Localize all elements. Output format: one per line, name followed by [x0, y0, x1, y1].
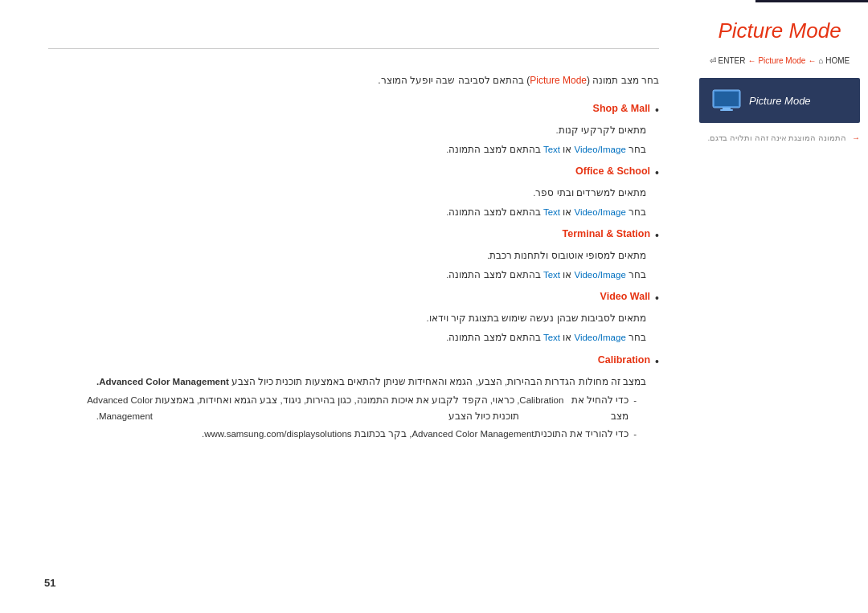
calibration-title: Calibration [598, 354, 650, 366]
svg-rect-3 [720, 109, 733, 111]
video-wall-title: Video Wall [600, 291, 651, 302]
preview-label: Picture Mode [749, 95, 811, 107]
main-content: בחר מצב תמונה (Picture Mode) בהתאם לסביב… [0, 0, 691, 613]
bullet-dot: • [655, 104, 659, 116]
calibration-dash1: כדי להחיל את מצב Calibration, כראוי, הקפ… [48, 393, 637, 424]
office-school-sub2: בחר Video/Image או Text בהתאם למצב התמונ… [48, 205, 646, 221]
calibration-link: Calibration [519, 393, 563, 424]
breadcrumb-enter: ⏎ ENTER [710, 56, 746, 65]
breadcrumb-page: Picture Mode [758, 56, 805, 65]
calibration-bullet: • Calibration [48, 354, 659, 368]
text-link2: Text [543, 207, 560, 217]
preview-note: → התמונה המוצגת אינה זהה ותלויה בדגם. [691, 133, 868, 144]
preview-note-text: התמונה המוצגת אינה זהה ותלויה בדגם. [708, 133, 847, 142]
shop-mall-sub2: בחר Video/Image או Text בהתאם למצב התמונ… [48, 142, 646, 158]
terminal-station-sub1: מתאים למסופי אוטובוס ולתחנות רכבת. [48, 248, 646, 264]
shop-mall-sub1: מתאים לקרקעי קנות. [48, 123, 646, 139]
shop-mall-title: Shop & Mall [593, 103, 651, 114]
calibration-dash-items: כדי להחיל את מצב Calibration, כראוי, הקפ… [48, 393, 659, 443]
terminal-station-section: • Terminal & Station מתאים למסופי אוטובו… [48, 228, 659, 283]
video-wall-sub2: בחר Video/Image או Text בהתאם למצב התמונ… [48, 330, 646, 346]
picture-mode-link: Picture Mode [530, 75, 587, 86]
terminal-station-title: Terminal & Station [563, 228, 651, 239]
calibration-dash2: כדי להוריד את התוכנית Advanced Color Man… [48, 427, 637, 443]
video-image-link: Video/Image [574, 145, 625, 154]
intro-text: בחר מצב תמונה (Picture Mode) בהתאם לסביב… [48, 73, 659, 88]
calibration-section: • Calibration במצב זה מחולות הגדרות הבהי… [48, 354, 659, 443]
breadcrumb-arrow2: ← [808, 56, 816, 65]
shop-mall-section: • Shop & Mall מתאים לקרקעי קנות. בחר Vid… [48, 103, 659, 157]
right-sidebar: Picture Mode ⏎ ENTER ← Picture Mode ← ⌂ … [691, 0, 868, 613]
breadcrumb-home: ⌂ HOME [818, 56, 850, 65]
office-school-section: • Office & School מתאים למשרדים ובתי ספר… [48, 166, 659, 220]
video-image-link2: Video/Image [574, 207, 625, 217]
acm-bold3: Advanced Color Management [411, 427, 534, 443]
video-image-link4: Video/Image [574, 333, 625, 342]
sidebar-title: Picture Mode [691, 18, 868, 43]
arrow-bullet-icon: → [852, 133, 860, 142]
calibration-text1: במצב זה מחולות הגדרות הבהירות, הצבע, הגמ… [48, 374, 646, 390]
svg-rect-2 [723, 108, 731, 109]
breadcrumb: ⏎ ENTER ← Picture Mode ← ⌂ HOME [691, 56, 868, 65]
bullet-dot: • [655, 166, 659, 179]
acm-bold2: Advanced Color Management. [48, 393, 153, 424]
terminal-station-bullet: • Terminal & Station [48, 228, 659, 242]
video-wall-sub1: מתאים לסביבות שבהן נעשה שימוש בתצוגת קיר… [48, 311, 646, 327]
preview-box: Picture Mode [699, 78, 860, 123]
text-link3: Text [543, 270, 560, 280]
video-wall-bullet: • Video Wall [48, 291, 659, 304]
sidebar-top-line [755, 0, 868, 2]
terminal-station-sub2: בחר Video/Image או Text בהתאם למצב התמונ… [48, 268, 646, 284]
bullet-dot: • [655, 229, 659, 242]
text-link4: Text [543, 333, 560, 342]
acm-bold1: Advanced Color Management. [96, 377, 229, 386]
top-divider [48, 48, 659, 49]
bullet-dot: • [655, 355, 659, 368]
page-number: 51 [44, 577, 55, 589]
text-link: Text [543, 145, 560, 154]
office-school-sub1: מתאים למשרדים ובתי ספר. [48, 186, 646, 202]
video-wall-section: • Video Wall מתאים לסביבות שבהן נעשה שימ… [48, 291, 659, 345]
monitor-icon [712, 89, 741, 112]
office-school-bullet: • Office & School [48, 166, 659, 179]
bullet-dot: • [655, 292, 659, 304]
svg-rect-1 [714, 92, 739, 106]
breadcrumb-arrow1: ← [747, 56, 755, 65]
video-image-link3: Video/Image [574, 270, 625, 280]
shop-mall-bullet: • Shop & Mall [48, 103, 659, 116]
office-school-title: Office & School [575, 166, 650, 177]
